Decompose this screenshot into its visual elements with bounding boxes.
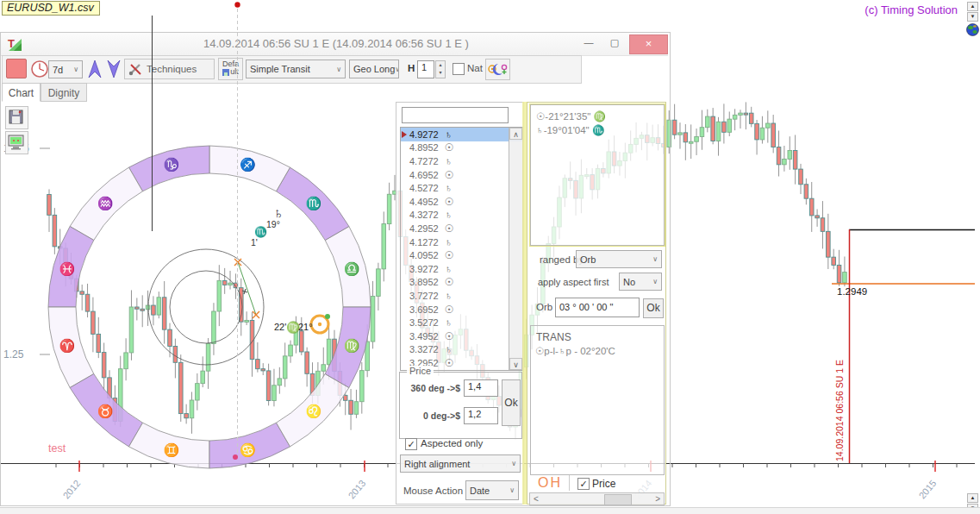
svg-text:T: T: [8, 37, 15, 50]
price-list-row[interactable]: 4.2952☉: [401, 222, 522, 235]
scroll-up-button[interactable]: ▲: [967, 2, 978, 11]
color-swatch-button[interactable]: [6, 59, 27, 78]
coords-combo[interactable]: Geo Long∨: [349, 60, 399, 78]
aspected-only-checkbox[interactable]: ✓: [405, 438, 417, 450]
hscroll-thumb[interactable]: [604, 494, 632, 505]
orb-input[interactable]: 03 ° 00 ' 00 ": [555, 298, 640, 317]
mouse-action-label: Mouse Action: [403, 486, 463, 496]
price-checkbox[interactable]: ✓: [577, 478, 590, 490]
price-value: 4.7272: [409, 156, 439, 166]
price-list-row[interactable]: 4.3272♄: [401, 209, 522, 223]
planets-icon: [486, 60, 509, 79]
deg0-input[interactable]: 1,2: [464, 407, 498, 424]
price-list-row[interactable]: 4.7272♄: [401, 154, 522, 168]
harmonic-label: H: [408, 63, 415, 73]
maximize-button[interactable]: ▢: [604, 36, 625, 51]
price-list-row[interactable]: 4.0952☉: [401, 248, 522, 262]
price-value: 4.4952: [409, 197, 439, 207]
panel-hscrollbar[interactable]: < >: [529, 492, 665, 505]
svg-text:1.25: 1.25: [3, 348, 24, 360]
right-alignment-combo[interactable]: Right alignment∨: [400, 454, 521, 473]
scroll-down-button[interactable]: ▼: [967, 12, 978, 22]
price-value: 4.2952: [409, 223, 439, 234]
positions-box: ☉-21°21'35" ♍ ♄-19°01'04" ♏: [530, 104, 665, 246]
tab-chart[interactable]: Chart: [2, 83, 41, 102]
price-list-row[interactable]: 4.5272♄: [401, 181, 522, 195]
clock-icon[interactable]: [30, 60, 50, 79]
svg-text:2015: 2015: [916, 478, 938, 500]
trans-box: TRANS ☉p-l-♄p - 02°20'C: [530, 325, 665, 475]
price-list-row[interactable]: 3.7272♄: [401, 289, 522, 303]
floppy-icon: [6, 107, 26, 127]
nat-checkbox[interactable]: [453, 63, 465, 75]
trans-aspect-line: ☉p-l-♄p - 02°20'C: [535, 345, 615, 357]
price-list-row[interactable]: 4.8952☉: [401, 141, 522, 155]
main-hscrollbar[interactable]: [0, 507, 980, 514]
planets-button[interactable]: [485, 59, 510, 80]
filename-label[interactable]: EURUSD_W1.csv: [2, 1, 100, 16]
globe-icon[interactable]: [966, 23, 979, 36]
techniques-button[interactable]: Techniques: [124, 59, 215, 79]
price-list-panel: 4.9272♄4.8952☉4.7272♄4.6952☉4.5272♄4.495…: [396, 102, 524, 505]
ranged-by-combo[interactable]: Orb∨: [576, 250, 662, 268]
svg-text:2012: 2012: [60, 478, 82, 500]
planet-glyph: ♄: [445, 236, 453, 248]
method-combo[interactable]: Simple Transit∨: [246, 60, 346, 78]
price-value: 3.8952: [409, 277, 439, 287]
planet-glyph: ☉: [445, 330, 454, 342]
scroll-down-arrow[interactable]: ∨: [509, 358, 522, 370]
minimize-button[interactable]: —: [578, 36, 599, 51]
list-scrollbar[interactable]: ∧ ∨: [509, 128, 522, 370]
default-button[interactable]: Defa ult: [218, 58, 243, 80]
price-value: 4.5272: [409, 183, 439, 193]
price-list-row[interactable]: 4.6952☉: [401, 168, 522, 182]
apply-aspect-combo[interactable]: No∨: [619, 273, 662, 291]
price-checkbox-label: Price: [592, 478, 615, 490]
timing-solution-logo-icon: T: [7, 36, 23, 52]
close-button[interactable]: ×: [629, 34, 668, 54]
price-value: 3.7272: [409, 291, 439, 301]
price-value: 4.8952: [409, 142, 439, 153]
scroll-up-arrow[interactable]: ∧: [509, 128, 522, 140]
apply-aspect-label: apply aspect first: [538, 277, 609, 287]
orb-label: Orb: [536, 302, 552, 312]
price-value: 3.5272: [409, 317, 439, 328]
planet-glyph: ♄: [445, 128, 453, 141]
deg360-input[interactable]: 1,4: [464, 379, 498, 397]
save-button[interactable]: [5, 106, 28, 129]
list-filter-input[interactable]: [402, 107, 509, 123]
tab-dignity[interactable]: Dignity: [41, 83, 87, 102]
screen-view-button[interactable]: [5, 131, 28, 154]
planet-glyph: ♄: [445, 343, 453, 355]
price-list-row[interactable]: 4.4952☉: [401, 195, 522, 209]
price-list-row[interactable]: 3.3272♄: [401, 343, 522, 357]
arrow-down-icon[interactable]: [105, 59, 123, 79]
red-marker-label: 14.09.2014 06:56 SU 1 E: [834, 360, 845, 461]
hscroll-right-arrow[interactable]: >: [655, 493, 660, 505]
price-ok-button[interactable]: Ok: [502, 379, 521, 426]
deg0-label: 0 deg->$: [405, 411, 460, 421]
arrow-up-icon[interactable]: [86, 59, 104, 79]
period-combo[interactable]: 7d∨: [48, 60, 83, 78]
price-list-row[interactable]: 3.4952☉: [401, 329, 522, 343]
planet-glyph: ☉: [445, 304, 454, 316]
price-level-list[interactable]: 4.9272♄4.8952☉4.7272♄4.6952☉4.5272♄4.495…: [400, 127, 523, 371]
planet-glyph: ♄: [445, 155, 453, 167]
hscroll-left-arrow[interactable]: <: [534, 493, 539, 505]
price-list-row[interactable]: 4.1272♄: [401, 235, 522, 249]
orb-ok-button[interactable]: Ok: [643, 298, 664, 318]
planet-glyph: ☉: [445, 276, 454, 288]
harmonic-input[interactable]: 1: [417, 60, 434, 78]
price-list-row[interactable]: 3.8952☉: [401, 276, 522, 290]
price-list-row[interactable]: 4.9272♄: [401, 128, 522, 141]
zoom-in-button[interactable]: ▲: [967, 493, 978, 503]
mouse-action-combo[interactable]: Date∨: [465, 480, 519, 500]
tools-icon: [128, 62, 143, 77]
harmonic-spinner[interactable]: ▴▾: [435, 60, 446, 78]
planet-glyph: ♄: [445, 317, 453, 329]
price-list-row[interactable]: 3.6952☉: [401, 303, 522, 317]
price-list-row[interactable]: 3.5272♄: [401, 316, 522, 329]
oh-label[interactable]: OH: [531, 475, 570, 491]
nat-label: Nat: [467, 63, 483, 73]
price-list-row[interactable]: 3.9272♄: [401, 262, 522, 276]
